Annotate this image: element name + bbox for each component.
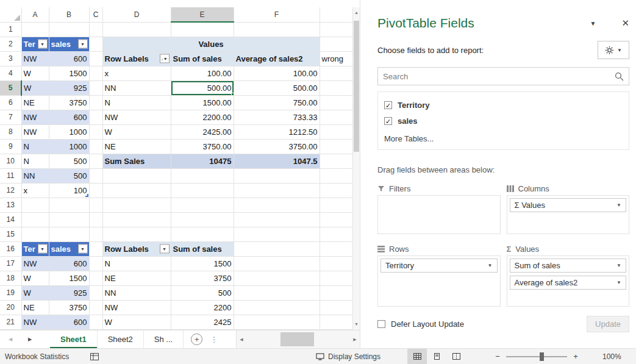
cell-E18[interactable]: 3750 — [171, 271, 234, 285]
horizontal-scrollbar[interactable]: ◀ ▶ — [236, 330, 360, 348]
cell-F11[interactable] — [234, 168, 320, 183]
tab-splitter-handle[interactable]: ⋮ — [210, 330, 218, 348]
cell-G20[interactable] — [320, 300, 352, 315]
cell-C18[interactable] — [89, 271, 102, 285]
cell-A21[interactable]: NW — [21, 315, 49, 329]
cell-C8[interactable] — [89, 124, 102, 139]
cell-A6[interactable]: NE — [21, 95, 49, 110]
horizontal-scroll-thumb[interactable] — [280, 332, 314, 346]
new-sheet-button[interactable]: + — [191, 334, 202, 345]
cell-C16[interactable] — [89, 241, 102, 256]
cell-C3[interactable] — [89, 51, 102, 66]
cell-F7[interactable]: 733.33 — [234, 110, 320, 124]
cell-E19[interactable]: 500 — [171, 285, 234, 300]
cell-A5[interactable]: W — [21, 80, 49, 95]
cell-B9[interactable]: 1000 — [49, 139, 89, 154]
row-header-16[interactable]: 16 — [0, 241, 21, 256]
filter-button[interactable]: ▼ — [78, 244, 88, 254]
row-header-11[interactable]: 11 — [0, 168, 21, 183]
area-item-values[interactable]: Σ Values▼ — [510, 198, 627, 212]
page-break-preview-button[interactable] — [446, 349, 466, 364]
cell-G2[interactable] — [320, 37, 352, 51]
cell-F20[interactable] — [234, 300, 320, 315]
cell-G6[interactable] — [320, 95, 352, 110]
update-button[interactable]: Update — [587, 316, 629, 332]
chevron-down-icon[interactable]: ▼ — [616, 202, 621, 208]
cell-A11[interactable]: NN — [21, 168, 49, 183]
row-header-9[interactable]: 9 — [0, 139, 21, 154]
page-layout-view-button[interactable] — [427, 349, 446, 364]
cell-E9[interactable]: 3750.00 — [171, 139, 234, 154]
chevron-down-icon[interactable]: ▼ — [488, 263, 493, 268]
cell-E16[interactable]: Sum of sales — [171, 241, 234, 256]
display-settings-button[interactable]: Display Settings — [316, 349, 381, 364]
row-header-12[interactable]: 12 — [0, 183, 21, 198]
cell-B8[interactable]: 1000 — [49, 124, 89, 139]
cell-F17[interactable] — [234, 256, 320, 271]
filter-button[interactable]: ▼ — [160, 244, 170, 254]
cell-B2[interactable]: sales▼ — [49, 37, 89, 51]
row-header-10[interactable]: 10 — [0, 154, 21, 168]
column-header-C[interactable]: C — [89, 7, 102, 22]
tab-nav-left-icon[interactable]: ◀ — [5, 330, 16, 348]
cell-F13[interactable] — [234, 198, 320, 212]
cell-F12[interactable] — [234, 183, 320, 198]
cell-B18[interactable]: 1500 — [49, 271, 89, 285]
cell-A12[interactable]: x — [21, 183, 49, 198]
cell-D11[interactable] — [102, 168, 171, 183]
field-item-sales[interactable]: ✓sales — [378, 113, 629, 129]
cell-E4[interactable]: 100.00 — [171, 66, 234, 80]
cell-D21[interactable]: W — [102, 315, 171, 329]
cell-B17[interactable]: 600 — [49, 256, 89, 271]
cell-F4[interactable]: 100.00 — [234, 66, 320, 80]
cell-C1[interactable] — [89, 22, 102, 37]
scroll-up-icon[interactable]: ▲ — [353, 9, 360, 17]
cell-D20[interactable]: NW — [102, 300, 171, 315]
search-box[interactable] — [377, 67, 629, 85]
cell-G15[interactable] — [320, 227, 352, 241]
cell-E5[interactable]: 500.00 — [171, 80, 234, 95]
sheet-tab-sh[interactable]: Sh ... — [144, 330, 184, 348]
cell-A8[interactable]: NW — [21, 124, 49, 139]
cell-C4[interactable] — [89, 66, 102, 80]
cell-D10[interactable]: Sum Sales — [102, 154, 171, 168]
cell-E20[interactable]: 2200 — [171, 300, 234, 315]
cell-G3[interactable]: wrong — [320, 51, 352, 66]
vertical-scrollbar[interactable]: ▲ ▼ — [352, 7, 360, 330]
chevron-down-icon[interactable]: ▼ — [616, 263, 621, 268]
column-header-G[interactable] — [320, 7, 352, 22]
sort-filter-button[interactable]: ↓▼ — [160, 54, 170, 63]
cell-A14[interactable] — [21, 212, 49, 227]
cell-D18[interactable]: NE — [102, 271, 171, 285]
cell-G4[interactable] — [320, 66, 352, 80]
cell-C20[interactable] — [89, 300, 102, 315]
chevron-down-icon[interactable]: ▼ — [616, 280, 621, 285]
cell-B11[interactable]: 500 — [49, 168, 89, 183]
filter-button[interactable]: ▼ — [78, 40, 88, 49]
cell-A16[interactable]: Ter▼ — [21, 241, 49, 256]
column-header-F[interactable]: F — [234, 7, 320, 22]
cell-B3[interactable]: 600 — [49, 51, 89, 66]
values-area-box[interactable]: Sum of sales▼Average of sales2▼ — [507, 255, 630, 307]
row-header-2[interactable]: 2 — [0, 37, 21, 51]
cell-E8[interactable]: 2425.00 — [171, 124, 234, 139]
cell-B5[interactable]: 925 — [49, 80, 89, 95]
cell-A7[interactable]: NW — [21, 110, 49, 124]
row-header-14[interactable]: 14 — [0, 212, 21, 227]
cell-E13[interactable] — [171, 198, 234, 212]
zoom-level-button[interactable]: 100% — [602, 349, 621, 364]
cell-E12[interactable] — [171, 183, 234, 198]
cell-C15[interactable] — [89, 227, 102, 241]
filter-button[interactable]: ▼ — [38, 244, 48, 254]
cell-G13[interactable] — [320, 198, 352, 212]
cell-B16[interactable]: sales▼ — [49, 241, 89, 256]
vertical-scroll-thumb[interactable] — [354, 21, 359, 152]
cell-E14[interactable] — [171, 212, 234, 227]
scroll-down-icon[interactable]: ▼ — [353, 320, 360, 329]
cell-C6[interactable] — [89, 95, 102, 110]
cell-A2[interactable]: Ter▼ — [21, 37, 49, 51]
tools-gear-button[interactable]: ▼ — [598, 41, 629, 59]
cell-D1[interactable] — [102, 22, 171, 37]
cell-B21[interactable]: 600 — [49, 315, 89, 329]
cell-B13[interactable] — [49, 198, 89, 212]
